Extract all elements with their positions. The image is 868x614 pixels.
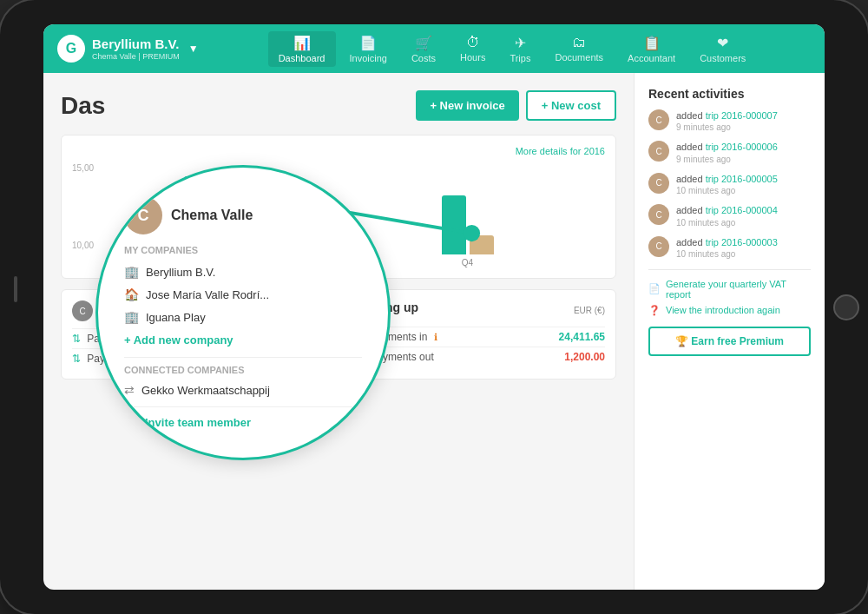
intro-link[interactable]: ❓ View the introduction again (648, 305, 811, 316)
nav-customers-label: Customers (700, 53, 746, 63)
activity-time-1: 9 minutes ago (676, 155, 778, 164)
user-row: C Chema Valle (124, 196, 362, 234)
activity-action-1: added (676, 142, 703, 152)
activity-avatar-1: C (648, 141, 669, 162)
add-company-button[interactable]: + Add new company (124, 328, 362, 352)
home-button[interactable] (833, 294, 859, 320)
recent-activities-title: Recent activities (648, 87, 811, 101)
avatar-sm: C (72, 300, 93, 321)
brand-name: Beryllium B.V. (92, 36, 180, 52)
nav-trips-label: Trips (510, 53, 530, 63)
nav-hours[interactable]: ⏱ Hours (450, 31, 496, 66)
activity-text-2: added trip 2016-000005 10 minutes ago (676, 173, 778, 195)
vat-icon: 📄 (648, 283, 661, 294)
activity-link-1[interactable]: trip 2016-000006 (706, 142, 778, 152)
right-panel: Recent activities C added trip 2016-0000… (634, 73, 825, 590)
company-name-iguana: Iguana Play (146, 311, 206, 324)
invoicing-icon: 📄 (359, 35, 377, 51)
nav-documents-label: Documents (555, 52, 603, 63)
activity-item-4: C added trip 2016-000003 10 minutes ago (648, 236, 811, 259)
activity-action-3: added (676, 205, 703, 215)
company-icon-gekko: ⇄ (124, 383, 135, 397)
company-icon-jose: 🏠 (124, 287, 139, 301)
brand-text: Beryllium B.V. Chema Valle | PREMIUM (92, 36, 180, 62)
vat-report-link[interactable]: 📄 Generate your quarterly VAT report (648, 279, 811, 300)
activity-time-3: 10 minutes ago (676, 218, 778, 228)
new-invoice-button[interactable]: + New invoice (416, 90, 518, 121)
nav-customers[interactable]: ❤ Customers (689, 31, 756, 67)
company-dropdown[interactable]: C Chema Valle My companies 🏢 Beryllium B… (95, 165, 391, 460)
my-companies-label: My companies (124, 245, 362, 255)
nav-costs-label: Costs (411, 53, 436, 63)
documents-icon: 🗂 (572, 35, 586, 50)
activity-link-3[interactable]: trip 2016-000004 (706, 205, 778, 215)
coming-up-out-amount: 1,200.00 (564, 351, 605, 363)
panel-actions: 📄 Generate your quarterly VAT report ❓ V… (648, 269, 811, 316)
customers-icon: ❤ (717, 35, 728, 51)
coming-up-currency: EUR (€) (574, 306, 605, 315)
activity-time-4: 10 minutes ago (676, 249, 778, 259)
top-navigation: G Beryllium B.V. Chema Valle | PREMIUM ▼… (43, 24, 825, 73)
header-buttons: + New invoice + New cost (416, 90, 616, 121)
activity-avatar-2: C (648, 173, 669, 194)
activity-action-2: added (676, 174, 703, 184)
new-cost-button[interactable]: + New cost (526, 90, 616, 121)
chart-y-label-top: 15,00 (72, 163, 94, 173)
activity-text-0: added trip 2016-000007 9 minutes ago (676, 109, 778, 132)
activity-link-4[interactable]: trip 2016-000003 (706, 237, 778, 248)
activity-avatar-0: C (648, 109, 669, 130)
bar-q4-green (442, 195, 466, 254)
nav-dashboard[interactable]: 📊 Dashboard (268, 31, 336, 67)
info-icon: ℹ (434, 332, 437, 342)
invite-team-member-button[interactable]: 👥 Invite team member (124, 416, 362, 429)
activity-action-0: added (676, 110, 703, 121)
activity-item-0: C added trip 2016-000007 9 minutes ago (648, 109, 811, 132)
activity-time-2: 10 minutes ago (676, 186, 778, 195)
nav-documents[interactable]: 🗂 Documents (544, 31, 614, 66)
nav-trips[interactable]: ✈ Trips (499, 31, 541, 67)
company-item-jose[interactable]: 🏠 Jose María Valle Rodrí... (124, 283, 362, 306)
bars-q4 (442, 168, 494, 254)
main-content: Das + New invoice + New cost More detail… (43, 73, 825, 590)
intro-icon: ❓ (648, 305, 661, 316)
nav-items: 📊 Dashboard 📄 Invoicing 🛒 Costs ⏱ Hours … (214, 31, 811, 67)
activity-avatar-3: C (648, 204, 669, 225)
company-name-beryllium: Beryllium B.V. (146, 266, 215, 279)
side-button[interactable] (14, 276, 17, 302)
coming-up-row-out: ⇅ Payments out 1,200.00 (355, 347, 605, 366)
activity-item-2: C added trip 2016-000005 10 minutes ago (648, 173, 811, 195)
nav-accountant[interactable]: 📋 Accountant (617, 31, 686, 67)
nav-costs[interactable]: 🛒 Costs (401, 31, 446, 67)
company-item-beryllium[interactable]: 🏢 Beryllium B.V. (124, 261, 362, 283)
activity-avatar-4: C (648, 236, 669, 257)
payment-out-icon: ⇅ (72, 353, 81, 365)
activity-text-1: added trip 2016-000006 9 minutes ago (676, 141, 778, 163)
activity-action-4: added (676, 237, 703, 248)
brand-area[interactable]: G Beryllium B.V. Chema Valle | PREMIUM ▼ (57, 35, 214, 63)
hours-icon: ⏱ (466, 35, 480, 50)
company-name-jose: Jose María Valle Rodrí... (146, 288, 269, 301)
nav-invoicing[interactable]: 📄 Invoicing (339, 31, 398, 67)
activity-time-0: 9 minutes ago (676, 122, 778, 132)
activity-link-2[interactable]: trip 2016-000005 (706, 174, 778, 184)
chart-details-link[interactable]: More details for 2016 (516, 146, 605, 156)
intro-label: View the introduction again (666, 305, 780, 315)
invite-label: Invite team member (145, 416, 251, 429)
activity-link-0[interactable]: trip 2016-000007 (706, 110, 778, 121)
connected-label: Connected companies (124, 365, 362, 375)
earn-premium-button[interactable]: 🏆 Earn free Premium (648, 327, 811, 356)
nav-invoicing-label: Invoicing (350, 53, 387, 63)
bar-q4-label: Q4 (462, 258, 473, 267)
bar-group-q4: Q4 (347, 168, 588, 267)
company-item-gekko[interactable]: ⇄ Gekko Werkmaatschappij (124, 379, 362, 401)
dashboard-header: Das + New invoice + New cost (61, 90, 616, 121)
dropdown-inner: C Chema Valle My companies 🏢 Beryllium B… (98, 179, 388, 446)
brand-logo: G (57, 35, 85, 63)
company-icon-iguana: 🏢 (124, 310, 139, 324)
company-item-iguana[interactable]: 🏢 Iguana Play (124, 306, 362, 328)
chart-y-label-mid: 10,00 (72, 241, 94, 250)
dashboard-icon: 📊 (293, 35, 311, 51)
activity-item-3: C added trip 2016-000004 10 minutes ago (648, 204, 811, 227)
coming-up-header: Coming up EUR (€) (355, 300, 605, 320)
activity-text-3: added trip 2016-000004 10 minutes ago (676, 204, 778, 227)
